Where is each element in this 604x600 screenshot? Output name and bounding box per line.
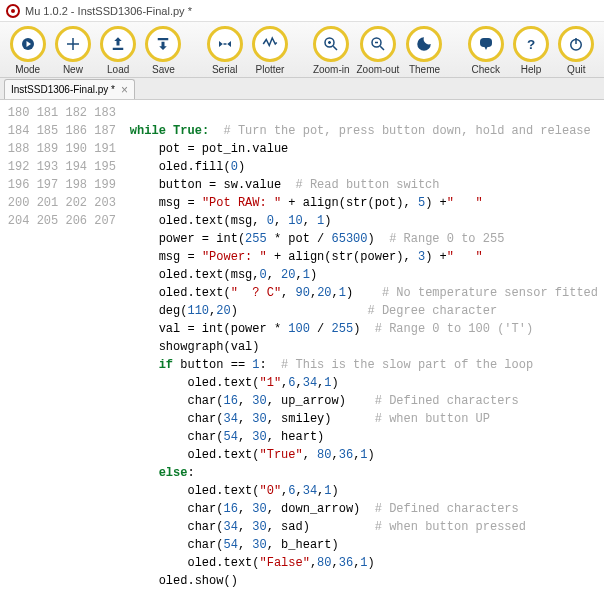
- toolbar: Mode New Load Save Serial Plotter Zoom-i…: [0, 22, 604, 78]
- file-tab[interactable]: InstSSD1306-Final.py * ×: [4, 79, 135, 99]
- power-icon: [558, 26, 594, 62]
- help-icon: ?: [513, 26, 549, 62]
- plotter-icon: [252, 26, 288, 62]
- line-gutter: 180 181 182 183 184 185 186 187 188 189 …: [0, 100, 124, 600]
- zoom-in-icon: [313, 26, 349, 62]
- plotter-button[interactable]: Plotter: [250, 26, 289, 75]
- load-button[interactable]: Load: [99, 26, 138, 75]
- code-editor[interactable]: 180 181 182 183 184 185 186 187 188 189 …: [0, 100, 604, 600]
- save-icon: [145, 26, 181, 62]
- zoom-in-button[interactable]: Zoom-in: [312, 26, 351, 75]
- check-icon: [468, 26, 504, 62]
- mode-button[interactable]: Mode: [8, 26, 47, 75]
- plus-icon: [55, 26, 91, 62]
- load-icon: [100, 26, 136, 62]
- mode-icon: [10, 26, 46, 62]
- serial-button[interactable]: Serial: [205, 26, 244, 75]
- check-button[interactable]: Check: [466, 26, 505, 75]
- tab-label: InstSSD1306-Final.py *: [11, 84, 115, 95]
- quit-button[interactable]: Quit: [557, 26, 596, 75]
- zoom-out-button[interactable]: Zoom-out: [357, 26, 399, 75]
- zoom-out-icon: [360, 26, 396, 62]
- help-button[interactable]: ? Help: [511, 26, 550, 75]
- app-icon: [6, 4, 20, 18]
- svg-text:?: ?: [527, 37, 535, 52]
- new-button[interactable]: New: [53, 26, 92, 75]
- window-title: Mu 1.0.2 - InstSSD1306-Final.py *: [25, 5, 192, 17]
- save-button[interactable]: Save: [144, 26, 183, 75]
- close-icon[interactable]: ×: [121, 84, 128, 96]
- tab-bar: InstSSD1306-Final.py * ×: [0, 78, 604, 100]
- code-area[interactable]: while True: # Turn the pot, press button…: [124, 100, 604, 600]
- serial-icon: [207, 26, 243, 62]
- theme-icon: [406, 26, 442, 62]
- window-titlebar: Mu 1.0.2 - InstSSD1306-Final.py *: [0, 0, 604, 22]
- theme-button[interactable]: Theme: [405, 26, 444, 75]
